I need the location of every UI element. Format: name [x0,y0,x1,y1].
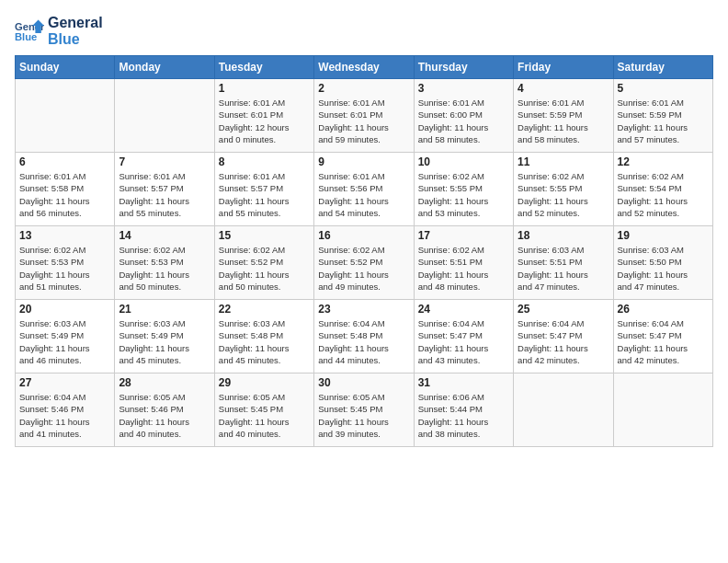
week-row-1: 1Sunrise: 6:01 AM Sunset: 6:01 PM Daylig… [16,79,713,153]
day-cell: 19Sunrise: 6:03 AM Sunset: 5:50 PM Dayli… [613,226,712,300]
day-cell [16,79,115,153]
day-cell: 3Sunrise: 6:01 AM Sunset: 6:00 PM Daylig… [414,79,513,153]
day-cell [613,373,712,447]
logo: General Blue GeneralBlue [15,15,103,48]
day-info: Sunrise: 6:04 AM Sunset: 5:48 PM Dayligh… [318,317,409,366]
day-cell: 1Sunrise: 6:01 AM Sunset: 6:01 PM Daylig… [214,79,313,153]
col-header-friday: Friday [514,56,613,79]
logo-icon: General Blue [15,18,44,44]
day-number: 2 [318,82,409,95]
day-info: Sunrise: 6:01 AM Sunset: 6:01 PM Dayligh… [318,97,409,145]
day-cell: 22Sunrise: 6:03 AM Sunset: 5:48 PM Dayli… [214,300,313,373]
day-info: Sunrise: 6:01 AM Sunset: 5:57 PM Dayligh… [219,170,310,219]
day-info: Sunrise: 6:05 AM Sunset: 5:45 PM Dayligh… [219,391,310,440]
day-number: 26 [618,303,709,316]
day-cell [115,79,214,153]
col-header-saturday: Saturday [613,56,712,79]
day-info: Sunrise: 6:06 AM Sunset: 5:44 PM Dayligh… [418,391,509,440]
day-number: 17 [418,229,509,242]
day-number: 30 [318,376,409,389]
calendar-body: 1Sunrise: 6:01 AM Sunset: 6:01 PM Daylig… [16,79,713,447]
day-info: Sunrise: 6:05 AM Sunset: 5:46 PM Dayligh… [119,391,210,440]
page-header: General Blue GeneralBlue [15,15,713,48]
day-cell: 2Sunrise: 6:01 AM Sunset: 6:01 PM Daylig… [314,79,414,153]
day-info: Sunrise: 6:01 AM Sunset: 6:01 PM Dayligh… [219,97,310,145]
day-info: Sunrise: 6:02 AM Sunset: 5:55 PM Dayligh… [518,170,609,219]
day-cell: 13Sunrise: 6:02 AM Sunset: 5:53 PM Dayli… [16,226,115,300]
day-cell: 30Sunrise: 6:05 AM Sunset: 5:45 PM Dayli… [314,373,414,447]
day-number: 11 [518,155,609,168]
day-info: Sunrise: 6:02 AM Sunset: 5:52 PM Dayligh… [318,244,409,293]
day-cell: 25Sunrise: 6:04 AM Sunset: 5:47 PM Dayli… [514,300,613,373]
day-info: Sunrise: 6:04 AM Sunset: 5:46 PM Dayligh… [19,391,110,440]
day-number: 20 [19,303,110,316]
day-cell: 23Sunrise: 6:04 AM Sunset: 5:48 PM Dayli… [314,300,414,373]
day-number: 9 [318,155,409,168]
day-cell: 17Sunrise: 6:02 AM Sunset: 5:51 PM Dayli… [414,226,513,300]
day-info: Sunrise: 6:04 AM Sunset: 5:47 PM Dayligh… [418,317,509,366]
day-info: Sunrise: 6:03 AM Sunset: 5:49 PM Dayligh… [119,317,210,366]
day-cell: 4Sunrise: 6:01 AM Sunset: 5:59 PM Daylig… [514,79,613,153]
day-info: Sunrise: 6:01 AM Sunset: 5:59 PM Dayligh… [618,97,709,145]
day-cell: 11Sunrise: 6:02 AM Sunset: 5:55 PM Dayli… [514,153,613,226]
week-row-4: 20Sunrise: 6:03 AM Sunset: 5:49 PM Dayli… [16,300,713,373]
day-number: 23 [318,303,409,316]
day-cell: 15Sunrise: 6:02 AM Sunset: 5:52 PM Dayli… [214,226,313,300]
day-cell: 8Sunrise: 6:01 AM Sunset: 5:57 PM Daylig… [214,153,313,226]
day-number: 14 [119,229,210,242]
day-cell: 12Sunrise: 6:02 AM Sunset: 5:54 PM Dayli… [613,153,712,226]
day-number: 18 [518,229,609,242]
day-cell: 31Sunrise: 6:06 AM Sunset: 5:44 PM Dayli… [414,373,513,447]
day-info: Sunrise: 6:03 AM Sunset: 5:51 PM Dayligh… [518,244,609,293]
col-header-wednesday: Wednesday [314,56,414,79]
day-number: 10 [418,155,509,168]
day-number: 27 [19,376,110,389]
day-info: Sunrise: 6:02 AM Sunset: 5:52 PM Dayligh… [219,244,310,293]
day-number: 13 [19,229,110,242]
day-number: 16 [318,229,409,242]
day-cell: 28Sunrise: 6:05 AM Sunset: 5:46 PM Dayli… [115,373,214,447]
day-number: 1 [219,82,310,95]
day-number: 25 [518,303,609,316]
day-number: 6 [19,155,110,168]
day-number: 29 [219,376,310,389]
day-cell: 7Sunrise: 6:01 AM Sunset: 5:57 PM Daylig… [115,153,214,226]
day-number: 8 [219,155,310,168]
day-cell [514,373,613,447]
day-number: 24 [418,303,509,316]
week-row-5: 27Sunrise: 6:04 AM Sunset: 5:46 PM Dayli… [16,373,713,447]
day-info: Sunrise: 6:02 AM Sunset: 5:53 PM Dayligh… [19,244,110,293]
day-cell: 26Sunrise: 6:04 AM Sunset: 5:47 PM Dayli… [613,300,712,373]
col-header-thursday: Thursday [414,56,513,79]
day-cell: 27Sunrise: 6:04 AM Sunset: 5:46 PM Dayli… [16,373,115,447]
day-info: Sunrise: 6:01 AM Sunset: 5:57 PM Dayligh… [119,170,210,219]
day-number: 7 [119,155,210,168]
day-number: 19 [618,229,709,242]
day-info: Sunrise: 6:01 AM Sunset: 5:58 PM Dayligh… [19,170,110,219]
day-info: Sunrise: 6:04 AM Sunset: 5:47 PM Dayligh… [618,317,709,366]
week-row-3: 13Sunrise: 6:02 AM Sunset: 5:53 PM Dayli… [16,226,713,300]
svg-text:Blue: Blue [15,31,37,42]
day-number: 12 [618,155,709,168]
day-info: Sunrise: 6:01 AM Sunset: 5:59 PM Dayligh… [518,97,609,145]
calendar-table: SundayMondayTuesdayWednesdayThursdayFrid… [15,55,713,447]
header-row: SundayMondayTuesdayWednesdayThursdayFrid… [16,56,713,79]
day-cell: 9Sunrise: 6:01 AM Sunset: 5:56 PM Daylig… [314,153,414,226]
calendar-header: SundayMondayTuesdayWednesdayThursdayFrid… [16,56,713,79]
day-cell: 10Sunrise: 6:02 AM Sunset: 5:55 PM Dayli… [414,153,513,226]
day-info: Sunrise: 6:02 AM Sunset: 5:53 PM Dayligh… [119,244,210,293]
day-cell: 29Sunrise: 6:05 AM Sunset: 5:45 PM Dayli… [214,373,313,447]
day-number: 21 [119,303,210,316]
day-number: 4 [518,82,609,95]
day-info: Sunrise: 6:03 AM Sunset: 5:50 PM Dayligh… [618,244,709,293]
day-number: 15 [219,229,310,242]
day-info: Sunrise: 6:03 AM Sunset: 5:48 PM Dayligh… [219,317,310,366]
day-number: 31 [418,376,509,389]
day-number: 5 [618,82,709,95]
col-header-tuesday: Tuesday [214,56,313,79]
day-info: Sunrise: 6:02 AM Sunset: 5:55 PM Dayligh… [418,170,509,219]
day-info: Sunrise: 6:02 AM Sunset: 5:51 PM Dayligh… [418,244,509,293]
day-info: Sunrise: 6:01 AM Sunset: 5:56 PM Dayligh… [318,170,409,219]
day-info: Sunrise: 6:05 AM Sunset: 5:45 PM Dayligh… [318,391,409,440]
day-number: 22 [219,303,310,316]
